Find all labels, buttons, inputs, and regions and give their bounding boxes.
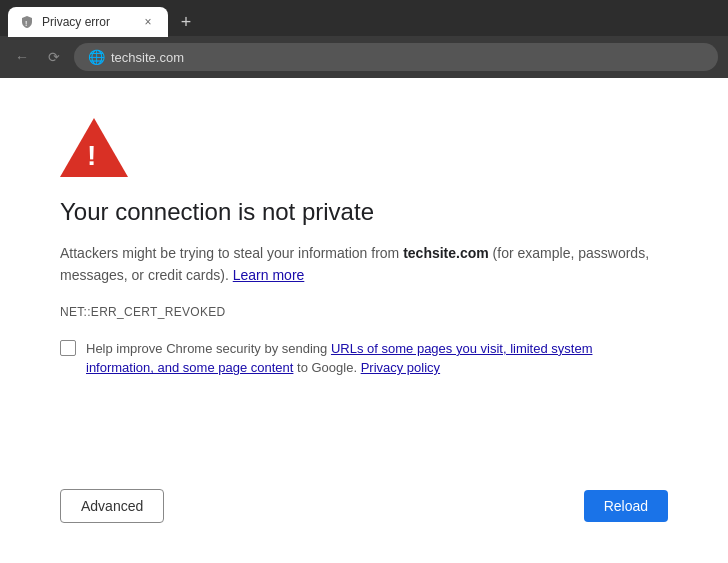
page-content: ! Your connection is not private Attacke… [0, 78, 728, 563]
warning-icon: ! [60, 118, 128, 178]
reload-button[interactable]: Reload [584, 490, 668, 522]
warning-triangle: ! [60, 118, 128, 177]
checkbox-text-before: Help improve Chrome security by sending [86, 341, 331, 356]
exclaim-icon: ! [87, 142, 96, 170]
new-tab-button[interactable]: + [172, 8, 200, 36]
main-heading: Your connection is not private [60, 198, 668, 226]
globe-icon: 🌐 [88, 49, 105, 65]
checkbox-label: Help improve Chrome security by sending … [86, 339, 660, 378]
svg-text:!: ! [25, 20, 27, 27]
button-row: Advanced Reload [60, 489, 668, 533]
advanced-button[interactable]: Advanced [60, 489, 164, 523]
checkbox-text-middle: to Google. [293, 360, 360, 375]
description-start: Attackers might be trying to steal your … [60, 245, 403, 261]
learn-more-link[interactable]: Learn more [233, 267, 305, 283]
error-code: NET::ERR_CERT_REVOKED [60, 305, 668, 319]
tab-close-button[interactable]: × [140, 14, 156, 30]
address-input[interactable]: 🌐 techsite.com [74, 43, 718, 71]
address-bar-row: ← ⟳ 🌐 techsite.com [0, 36, 728, 78]
help-improve-row: Help improve Chrome security by sending … [60, 339, 660, 378]
help-improve-checkbox[interactable] [60, 340, 76, 356]
reload-button-nav[interactable]: ⟳ [42, 45, 66, 69]
domain-name: techsite.com [403, 245, 489, 261]
tab-bar: ! Privacy error × + [0, 0, 728, 36]
active-tab[interactable]: ! Privacy error × [8, 7, 168, 37]
privacy-policy-link[interactable]: Privacy policy [361, 360, 440, 375]
tab-title: Privacy error [42, 15, 110, 29]
address-text: techsite.com [111, 50, 184, 65]
description: Attackers might be trying to steal your … [60, 242, 660, 287]
browser-chrome: ! Privacy error × + ← ⟳ 🌐 techsite.com [0, 0, 728, 78]
back-button[interactable]: ← [10, 45, 34, 69]
tab-favicon-icon: ! [20, 15, 34, 29]
